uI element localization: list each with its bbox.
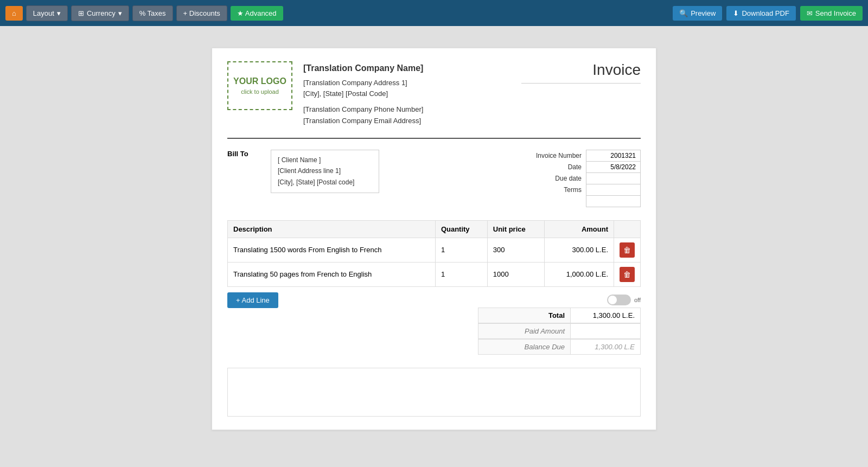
client-name: [ Client Name ] bbox=[278, 155, 372, 165]
col-description: Description bbox=[228, 220, 436, 238]
date-value: 5/8/2022 bbox=[586, 161, 641, 172]
header-right: Invoice bbox=[521, 61, 641, 84]
client-city: [City], [State] [Postal code] bbox=[278, 177, 372, 188]
terms-label: Terms bbox=[533, 184, 586, 195]
invoice-header: YOUR LOGO click to upload [Translation C… bbox=[227, 61, 641, 127]
logo-sub: click to upload bbox=[241, 88, 279, 95]
add-line-section: + Add Line bbox=[227, 292, 278, 308]
layout-caret-icon: ▾ bbox=[57, 9, 61, 17]
logo-text: YOUR LOGO bbox=[233, 76, 286, 86]
col-actions bbox=[614, 220, 641, 238]
invoice-number-row: Invoice Number 2001321 bbox=[533, 150, 641, 161]
client-address1: [Client Address line 1] bbox=[278, 165, 372, 176]
currency-icon: ⊞ bbox=[78, 9, 84, 17]
taxes-label: % Taxes bbox=[139, 9, 166, 17]
item-description-0: Translating 1500 words From English to F… bbox=[228, 238, 436, 262]
item-amount-0: 300.00 L.E. bbox=[545, 238, 614, 262]
header-divider bbox=[227, 138, 641, 139]
company-phone: [Translation Company Phone Number] bbox=[303, 104, 423, 116]
bill-left: Bill To [ Client Name ] [Client Address … bbox=[227, 150, 379, 207]
company-email: [Translation Company Email Address] bbox=[303, 116, 423, 127]
item-description-1: Translating 50 pages from French to Engl… bbox=[228, 262, 436, 286]
invoice-details-table: Invoice Number 2001321 Date 5/8/2022 Due… bbox=[533, 150, 641, 207]
company-info: [Translation Company Name] [Translation … bbox=[303, 61, 423, 127]
items-table: Description Quantity Unit price Amount T… bbox=[227, 220, 641, 287]
home-icon: ⌂ bbox=[12, 9, 16, 17]
notes-area[interactable] bbox=[227, 368, 641, 417]
total-row: Total 1,300.00 L.E. bbox=[478, 308, 641, 323]
balance-due-value: 1,300.00 L.E bbox=[570, 339, 641, 355]
extra-row-1 bbox=[533, 195, 641, 207]
invoice-card: YOUR LOGO click to upload [Translation C… bbox=[212, 48, 656, 430]
bill-address-box[interactable]: [ Client Name ] [Client Address line 1] … bbox=[271, 150, 379, 193]
paid-amount-row: Paid Amount bbox=[478, 323, 641, 339]
discounts-button[interactable]: + Discounts bbox=[176, 5, 227, 21]
discounts-label: + Discounts bbox=[183, 9, 220, 17]
layout-button[interactable]: Layout ▾ bbox=[26, 5, 68, 21]
table-row: Translating 50 pages from French to Engl… bbox=[228, 262, 641, 286]
bill-section: Bill To [ Client Name ] [Client Address … bbox=[227, 150, 641, 207]
send-icon: ✉ bbox=[807, 9, 813, 17]
preview-icon: 🔍 bbox=[679, 9, 688, 17]
col-unit-price: Unit price bbox=[487, 220, 544, 238]
preview-button[interactable]: 🔍 Preview bbox=[673, 6, 722, 21]
page-content: YOUR LOGO click to upload [Translation C… bbox=[0, 26, 868, 467]
send-invoice-button[interactable]: ✉ Send Invoice bbox=[800, 6, 863, 21]
line-items-body: Translating 1500 words From English to F… bbox=[228, 238, 641, 286]
item-quantity-1: 1 bbox=[435, 262, 487, 286]
date-label: Date bbox=[533, 161, 586, 172]
header-left: YOUR LOGO click to upload [Translation C… bbox=[227, 61, 423, 127]
download-icon: ⬇ bbox=[733, 9, 739, 17]
extra-value-1 bbox=[586, 195, 641, 207]
terms-row: Terms bbox=[533, 184, 641, 195]
invoice-title: Invoice bbox=[521, 61, 641, 84]
balance-due-row: Balance Due 1,300.00 L.E bbox=[478, 339, 641, 355]
balance-due-label: Balance Due bbox=[478, 339, 570, 355]
toolbar-left: ⌂ Layout ▾ ⊞ Currency ▾ % Taxes + Discou… bbox=[5, 5, 283, 21]
download-pdf-button[interactable]: ⬇ Download PDF bbox=[726, 6, 795, 21]
totals-section: off Total 1,300.00 L.E. Paid Amount Bala… bbox=[478, 292, 641, 355]
layout-label: Layout bbox=[33, 9, 54, 17]
invoice-number-value: 2001321 bbox=[586, 150, 641, 161]
advanced-button[interactable]: ★ Advanced bbox=[231, 6, 283, 21]
items-header-row: Description Quantity Unit price Amount bbox=[228, 220, 641, 238]
table-row: Translating 1500 words From English to F… bbox=[228, 238, 641, 262]
home-button[interactable]: ⌂ bbox=[5, 6, 23, 21]
toggle-row: off bbox=[478, 292, 641, 308]
total-label: Total bbox=[478, 308, 570, 323]
send-invoice-label: Send Invoice bbox=[815, 9, 856, 17]
delete-row-1-button[interactable]: 🗑 bbox=[620, 267, 635, 282]
item-actions-1: 🗑 bbox=[614, 262, 641, 286]
paid-amount-label: Paid Amount bbox=[478, 323, 570, 339]
advanced-label: ★ Advanced bbox=[237, 9, 277, 17]
currency-label: Currency bbox=[87, 9, 116, 17]
terms-value bbox=[586, 184, 641, 195]
col-quantity: Quantity bbox=[435, 220, 487, 238]
company-name: [Translation Company Name] bbox=[303, 61, 423, 75]
delete-row-0-button[interactable]: 🗑 bbox=[620, 242, 635, 258]
taxes-button[interactable]: % Taxes bbox=[132, 5, 173, 21]
item-actions-0: 🗑 bbox=[614, 238, 641, 262]
paid-amount-value bbox=[570, 323, 641, 339]
preview-label: Preview bbox=[691, 9, 716, 17]
company-city: [City], [State] [Postal Code] bbox=[303, 88, 423, 100]
extra-label-1 bbox=[533, 195, 586, 207]
invoice-details: Invoice Number 2001321 Date 5/8/2022 Due… bbox=[533, 150, 641, 207]
company-address1: [Translation Company Address 1] bbox=[303, 78, 423, 89]
discount-toggle[interactable] bbox=[607, 295, 631, 305]
toolbar: ⌂ Layout ▾ ⊞ Currency ▾ % Taxes + Discou… bbox=[0, 0, 868, 26]
total-value: 1,300.00 L.E. bbox=[570, 308, 641, 323]
item-unit-price-1: 1000 bbox=[487, 262, 544, 286]
toggle-label: off bbox=[634, 297, 641, 303]
download-pdf-label: Download PDF bbox=[742, 9, 789, 17]
item-quantity-0: 1 bbox=[435, 238, 487, 262]
currency-caret-icon: ▾ bbox=[118, 9, 122, 17]
add-line-label: + Add Line bbox=[236, 296, 270, 304]
item-amount-1: 1,000.00 L.E. bbox=[545, 262, 614, 286]
add-line-button[interactable]: + Add Line bbox=[227, 292, 278, 308]
col-amount: Amount bbox=[545, 220, 614, 238]
bill-to-label: Bill To bbox=[227, 150, 260, 158]
currency-button[interactable]: ⊞ Currency ▾ bbox=[71, 5, 129, 21]
toggle-thumb bbox=[608, 296, 617, 304]
logo-upload-area[interactable]: YOUR LOGO click to upload bbox=[227, 61, 292, 110]
